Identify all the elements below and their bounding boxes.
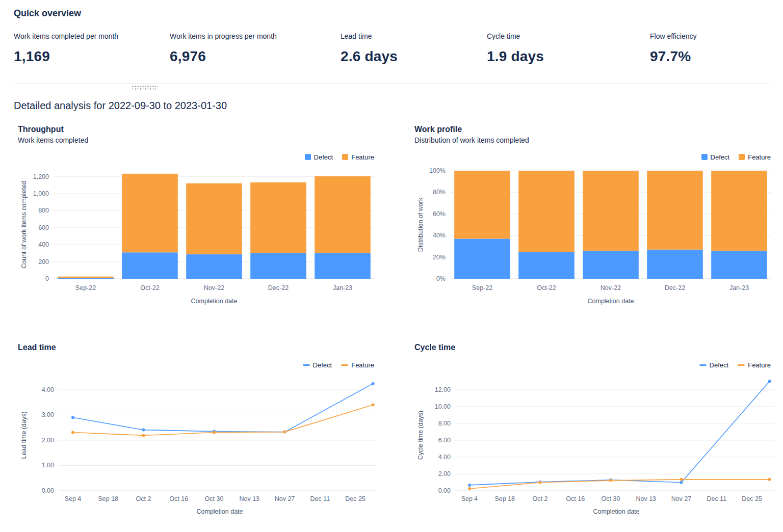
legend-item-defect[interactable]: Defect [699,361,729,369]
svg-text:Oct 16: Oct 16 [169,495,188,502]
svg-text:10.00: 10.00 [435,403,451,410]
svg-text:Nov-22: Nov-22 [601,284,621,291]
kpi-cycle-time: Cycle time 1.9 days [487,32,650,65]
svg-text:600: 600 [38,224,49,231]
legend-item-feature[interactable]: Feature [341,361,374,369]
svg-text:Nov 27: Nov 27 [275,495,295,502]
cycle-time-chart: 0.002.004.006.008.0010.0012.00Sep 4Sep 1… [414,373,774,524]
legend: Defect Feature [18,152,374,162]
svg-text:Lead time (days): Lead time (days) [20,411,28,459]
svg-text:Completion date: Completion date [191,298,237,305]
kpi-label: Work items in progress per month [170,32,341,40]
kpi-label: Work items completed per month [14,32,170,40]
svg-text:Oct 2: Oct 2 [533,495,548,502]
legend-item-feature[interactable]: Feature [342,153,374,161]
svg-text:Oct-22: Oct-22 [537,284,556,291]
svg-text:Dec 11: Dec 11 [707,495,726,502]
charts-grid: Throughput Work items completed Defect F… [14,125,770,524]
svg-text:Sep-22: Sep-22 [472,284,492,291]
svg-text:20%: 20% [433,254,446,261]
throughput-chart-card: Throughput Work items completed Defect F… [14,125,377,313]
svg-text:100%: 100% [429,167,446,174]
svg-text:800: 800 [38,207,49,214]
flow-metrics-dashboard: Quick overview Work items completed per … [14,8,770,524]
legend-label: Feature [351,153,374,161]
legend-item-defect[interactable]: Defect [303,361,332,369]
svg-text:Dec 25: Dec 25 [345,495,366,502]
legend: Defect Feature [18,360,374,369]
svg-text:12.00: 12.00 [435,386,451,393]
svg-text:Dec-22: Dec-22 [268,284,289,291]
legend-item-feature[interactable]: Feature [738,361,771,369]
svg-text:3.00: 3.00 [42,411,54,418]
lead-time-chart: 0.001.002.003.004.00Sep 4Sep 18Oct 2Oct … [18,373,377,524]
cycle-time-chart-card: Cycle time Defect Feature 0.002.004.006.… [410,343,774,524]
svg-text:Sep 4: Sep 4 [65,495,82,502]
chart-title: Throughput [18,125,377,134]
svg-text:Dec 25: Dec 25 [742,495,762,502]
work-profile-chart: 0%20%40%60%80%100%Sep-22Oct-22Nov-22Dec-… [414,165,774,313]
svg-text:Sep 4: Sep 4 [461,495,478,502]
chart-title: Cycle time [414,343,774,352]
legend-label: Defect [313,361,332,369]
svg-text:Dec-22: Dec-22 [665,284,685,291]
svg-text:Jan-23: Jan-23 [333,284,352,291]
svg-text:Jan-23: Jan-23 [729,284,749,291]
svg-text:Completion date: Completion date [196,508,243,515]
legend-label: Defect [314,153,333,161]
legend: Defect Feature [414,360,771,369]
legend-item-defect[interactable]: Defect [305,153,333,161]
legend-item-feature[interactable]: Feature [739,153,771,161]
feature-line-swatch-icon [738,364,745,366]
chart-subtitle: Work items completed [18,136,377,144]
svg-text:2.00: 2.00 [42,437,54,444]
kpi-row: Work items completed per month 1,169 Wor… [14,32,770,65]
kpi-value: 6,976 [170,48,341,65]
legend: Defect Feature [414,152,771,162]
kpi-label: Flow efficiency [650,32,697,40]
svg-text:Sep-22: Sep-22 [75,284,96,291]
svg-text:Nov-22: Nov-22 [204,284,224,291]
svg-text:1,000: 1,000 [33,190,49,197]
feature-swatch-icon [739,154,745,160]
kpi-label: Lead time [341,32,487,40]
svg-text:Oct 16: Oct 16 [566,495,585,502]
chart-subtitle: Distribution of work items completed [414,136,774,144]
defect-swatch-icon [701,154,708,160]
svg-text:Dec 11: Dec 11 [310,495,330,502]
kpi-flow-efficiency: Flow efficiency 97.7% [650,32,697,65]
resize-drag-handle-icon[interactable] [132,85,158,90]
svg-text:200: 200 [38,258,49,265]
svg-text:Count of work items completed: Count of work items completed [20,181,28,269]
feature-line-swatch-icon [341,364,348,366]
svg-text:40%: 40% [433,232,446,239]
legend-label: Feature [351,361,374,369]
chart-title: Lead time [18,343,377,352]
kpi-value: 1.9 days [487,48,650,65]
kpi-value: 2.6 days [341,48,487,65]
quick-overview-section: Quick overview Work items completed per … [14,8,770,65]
kpi-work-items-completed: Work items completed per month 1,169 [14,32,170,65]
svg-text:Completion date: Completion date [593,508,639,515]
quick-overview-title: Quick overview [14,8,770,19]
svg-text:0: 0 [45,275,49,282]
kpi-lead-time: Lead time 2.6 days [341,32,487,65]
svg-text:Oct-22: Oct-22 [140,284,160,291]
svg-text:Oct 30: Oct 30 [205,495,224,502]
svg-text:1.00: 1.00 [42,462,54,469]
kpi-value: 1,169 [14,48,170,65]
kpi-value: 97.7% [650,48,697,65]
legend-item-defect[interactable]: Defect [701,153,730,161]
svg-text:4.00: 4.00 [438,454,451,461]
legend-label: Feature [748,153,771,161]
svg-text:Distribution of work: Distribution of work [417,197,424,252]
defect-swatch-icon [305,154,311,160]
svg-text:0.00: 0.00 [42,487,54,494]
svg-text:Sep 18: Sep 18 [98,495,118,502]
svg-text:Oct 2: Oct 2 [136,495,151,502]
svg-text:8.00: 8.00 [438,420,451,427]
svg-text:400: 400 [38,241,49,248]
svg-text:Completion date: Completion date [587,298,634,305]
svg-text:60%: 60% [433,210,446,218]
svg-text:Sep 18: Sep 18 [494,495,515,502]
